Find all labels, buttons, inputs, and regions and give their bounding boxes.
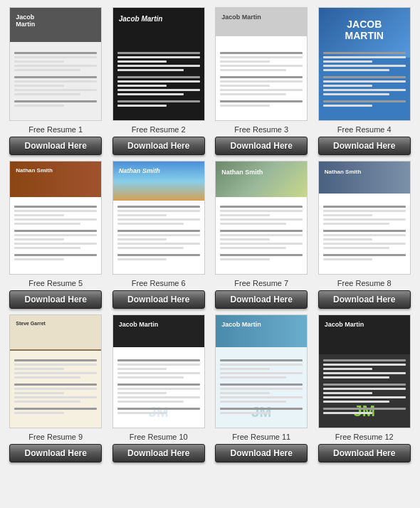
download-button-7[interactable]: Download Here (215, 290, 308, 309)
content-line (117, 364, 200, 366)
content-line (220, 408, 303, 410)
content-line (220, 105, 270, 107)
resume-name-12: Jacob Martin (325, 321, 364, 328)
content-line (117, 258, 167, 260)
content-line (14, 105, 64, 107)
content-line (117, 80, 200, 83)
content-line (117, 60, 167, 63)
content-line (14, 85, 64, 87)
download-button-10[interactable]: Download Here (112, 444, 205, 462)
content-line (220, 359, 303, 361)
content-line (323, 359, 406, 361)
resume-content-5 (14, 203, 97, 268)
download-button-8[interactable]: Download Here (318, 290, 411, 309)
content-line (323, 376, 389, 379)
content-line (117, 392, 167, 394)
content-line (117, 105, 167, 107)
content-line (220, 238, 270, 240)
resume-thumbnail-5: Nathan Smith (9, 161, 102, 275)
resume-item-12: Jacob MartinJMFree Resume 12Download Her… (316, 314, 414, 462)
content-line (220, 401, 286, 403)
download-button-1[interactable]: Download Here (9, 137, 102, 155)
content-line (220, 56, 303, 58)
resume-item-7: Nathan SmithFree Resume 7Download Here (213, 161, 310, 309)
resume-name-9: Steve Garret (16, 321, 46, 326)
content-line (220, 258, 270, 260)
resume-thumbnail-10: Jacob MartinJM (112, 314, 205, 428)
content-line (117, 206, 200, 208)
content-line (117, 401, 184, 403)
resume-label-3: Free Resume 3 (234, 125, 288, 134)
resume-name-5: Nathan Smith (16, 167, 53, 174)
content-line (220, 247, 286, 249)
download-button-6[interactable]: Download Here (112, 290, 205, 309)
content-line (220, 376, 286, 379)
content-line (117, 396, 200, 398)
content-line (323, 368, 373, 370)
resume-header-2 (113, 8, 204, 40)
content-line (14, 359, 97, 361)
download-button-11[interactable]: Download Here (215, 444, 308, 462)
content-line (220, 230, 303, 232)
download-button-2[interactable]: Download Here (112, 137, 205, 155)
resume-header-11 (216, 315, 307, 347)
content-line (117, 359, 200, 361)
content-line (14, 396, 97, 398)
resume-header-8 (319, 162, 410, 194)
resume-header-7 (216, 162, 307, 197)
resume-thumbnail-12: Jacob MartinJM (318, 314, 411, 428)
resume-thumbnail-3: Jacob Martin (215, 7, 308, 121)
resume-content-11 (220, 356, 303, 422)
content-line (323, 258, 373, 260)
content-line (117, 89, 200, 91)
resume-item-2: Jacob MartinFree Resume 2Download Here (110, 7, 208, 155)
download-button-5[interactable]: Download Here (9, 290, 102, 309)
download-button-3[interactable]: Download Here (215, 137, 308, 155)
content-line (323, 65, 406, 67)
resume-item-8: Nathan SmithFree Resume 8Download Here (316, 161, 414, 309)
content-line (220, 396, 303, 398)
resume-item-9: Steve GarretFree Resume 9Download Here (7, 314, 105, 462)
content-line (323, 364, 406, 366)
content-line (117, 65, 200, 67)
content-line (117, 247, 184, 249)
content-line (14, 76, 97, 78)
content-line (323, 105, 373, 107)
resume-label-10: Free Resume 10 (130, 433, 188, 441)
resume-thumbnail-2: Jacob Martin (112, 7, 205, 121)
content-line (220, 372, 303, 374)
content-line (323, 408, 406, 410)
resume-thumbnail-4: JACOBMARTIN (318, 7, 411, 121)
resume-name-4: JACOBMARTIN (319, 18, 410, 41)
content-line (220, 69, 286, 71)
content-line (323, 247, 389, 249)
content-line (117, 76, 200, 78)
content-line (220, 254, 303, 256)
content-line (323, 56, 406, 58)
resume-content-7 (220, 203, 303, 268)
content-line (14, 243, 97, 245)
resume-item-4: JACOBMARTINFree Resume 4Download Here (316, 7, 414, 155)
content-line (323, 234, 406, 236)
download-button-4[interactable]: Download Here (318, 137, 411, 155)
content-line (117, 408, 200, 410)
content-line (220, 388, 303, 390)
resume-content-1 (14, 49, 97, 115)
content-line (323, 238, 373, 240)
content-line (323, 60, 373, 63)
content-line (117, 368, 167, 370)
resume-name-2: Jacob Martin (119, 15, 163, 23)
resume-content-2 (117, 49, 200, 115)
content-line (14, 93, 80, 95)
content-line (220, 223, 286, 225)
content-line (220, 234, 303, 236)
resume-label-4: Free Resume 4 (337, 125, 392, 134)
content-line (220, 214, 270, 216)
content-line (117, 56, 200, 58)
download-button-9[interactable]: Download Here (9, 444, 102, 462)
content-line (14, 392, 64, 394)
resume-content-10 (117, 356, 200, 422)
download-button-12[interactable]: Download Here (318, 444, 411, 462)
resume-label-9: Free Resume 9 (28, 433, 83, 441)
resume-thumbnail-6: Nathan Smith (112, 161, 205, 275)
